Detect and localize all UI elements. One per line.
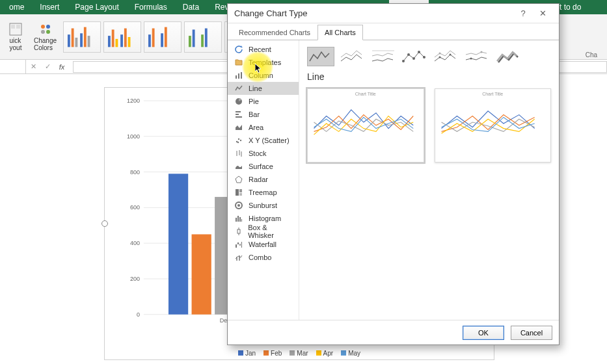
category-combo[interactable]: Combo bbox=[228, 251, 299, 264]
svg-rect-46 bbox=[192, 234, 211, 314]
svg-rect-85 bbox=[237, 242, 239, 244]
category-area[interactable]: Area bbox=[228, 121, 299, 134]
box-whisker-icon bbox=[234, 228, 243, 235]
svg-text:600: 600 bbox=[130, 204, 140, 211]
ribbon-tab-formulas[interactable]: Formulas bbox=[127, 0, 175, 14]
svg-rect-8 bbox=[72, 28, 74, 47]
svg-text:800: 800 bbox=[130, 169, 140, 176]
ribbon-tab-insert[interactable]: Insert bbox=[32, 0, 67, 14]
category-pie[interactable]: Pie bbox=[228, 95, 299, 108]
subtype-stacked-line[interactable] bbox=[338, 47, 366, 66]
histogram-icon bbox=[234, 214, 243, 222]
subtype-line-markers[interactable] bbox=[401, 47, 428, 66]
subtype-100-stacked-line-markers[interactable] bbox=[463, 47, 491, 66]
category-waterfall[interactable]: Waterfall bbox=[228, 238, 299, 251]
area-icon bbox=[234, 124, 243, 131]
ok-button[interactable]: OK bbox=[463, 326, 504, 340]
quick-layout-button[interactable]: uick yout bbox=[4, 18, 27, 56]
svg-point-92 bbox=[412, 57, 415, 60]
x-y-scatter--icon bbox=[234, 136, 243, 144]
cancel-button[interactable]: Cancel bbox=[511, 326, 552, 340]
svg-rect-18 bbox=[128, 37, 131, 47]
category-box-whisker[interactable]: Box & Whisker bbox=[228, 225, 299, 238]
chart-style-3[interactable] bbox=[144, 21, 182, 53]
svg-rect-11 bbox=[84, 27, 87, 47]
svg-rect-15 bbox=[115, 38, 118, 46]
tab-all-charts[interactable]: All Charts bbox=[317, 25, 363, 40]
category-sunburst[interactable]: Sunburst bbox=[228, 199, 299, 212]
confirm-edit-icon[interactable]: ✓ bbox=[40, 62, 55, 71]
category-x-y-scatter-[interactable]: X Y (Scatter) bbox=[228, 134, 299, 147]
svg-rect-9 bbox=[75, 37, 77, 46]
category-surface[interactable]: Surface bbox=[228, 160, 299, 173]
svg-point-94 bbox=[423, 56, 425, 58]
change-colors-label: Change Colors bbox=[34, 37, 57, 51]
ribbon-tab-data[interactable]: Data bbox=[175, 0, 207, 14]
subtype-stacked-line-markers[interactable] bbox=[432, 47, 459, 66]
category-templates[interactable]: Templates bbox=[228, 56, 299, 69]
category-label: Recent bbox=[249, 46, 271, 53]
quick-layout-label: uick yout bbox=[10, 37, 22, 51]
close-button[interactable]: ✕ bbox=[533, 8, 552, 18]
preview-1-title: Chart Title bbox=[308, 89, 424, 96]
name-box[interactable] bbox=[0, 60, 26, 73]
treemap-icon bbox=[234, 188, 243, 196]
category-label: Pie bbox=[249, 98, 259, 105]
legend-item: Apr bbox=[316, 350, 334, 357]
svg-point-6 bbox=[46, 30, 50, 34]
tab-recommended-charts[interactable]: Recommended Charts bbox=[232, 25, 317, 40]
category-line[interactable]: Line bbox=[228, 82, 299, 95]
dialog-titlebar[interactable]: Change Chart Type ? ✕ bbox=[228, 4, 559, 23]
svg-rect-20 bbox=[152, 28, 155, 47]
legend-item: Mar bbox=[290, 350, 308, 357]
chart-preview-2[interactable]: Chart Title bbox=[435, 88, 552, 162]
svg-rect-10 bbox=[80, 33, 83, 47]
svg-text:1000: 1000 bbox=[127, 133, 140, 140]
category-label: Templates bbox=[249, 58, 281, 66]
legend-item: Feb bbox=[263, 350, 282, 357]
category-treemap[interactable]: Treemap bbox=[228, 186, 299, 199]
chart-style-4[interactable] bbox=[184, 21, 222, 53]
dialog-tabs: Recommended Charts All Charts bbox=[228, 23, 559, 40]
ribbon-group-label: Cha bbox=[578, 51, 604, 59]
category-label: Line bbox=[249, 84, 262, 92]
svg-point-3 bbox=[41, 25, 45, 29]
svg-rect-17 bbox=[124, 28, 127, 47]
category-label: Combo bbox=[249, 254, 271, 261]
chart-style-1[interactable] bbox=[63, 21, 101, 53]
svg-rect-2 bbox=[16, 25, 20, 29]
surface-icon bbox=[234, 162, 243, 170]
svg-rect-25 bbox=[201, 34, 204, 47]
category-label: Bar bbox=[249, 110, 260, 118]
svg-rect-59 bbox=[241, 72, 242, 79]
category-label: Histogram bbox=[249, 214, 281, 222]
svg-point-91 bbox=[407, 53, 410, 56]
chart-subtype-panel: Line Chart Title Chart bbox=[299, 40, 559, 320]
svg-rect-24 bbox=[193, 29, 195, 47]
chart-preview-1[interactable]: Chart Title bbox=[307, 88, 424, 162]
category-radar[interactable]: Radar bbox=[228, 173, 299, 186]
subtype-line[interactable] bbox=[307, 47, 334, 66]
category-stock[interactable]: Stock bbox=[228, 147, 299, 160]
category-histogram[interactable]: Histogram bbox=[228, 212, 299, 225]
category-recent[interactable]: Recent bbox=[228, 43, 299, 56]
change-colors-button[interactable]: Change Colors bbox=[30, 18, 61, 56]
svg-point-4 bbox=[46, 25, 50, 29]
svg-text:0: 0 bbox=[137, 311, 140, 318]
mouse-cursor-icon bbox=[255, 64, 263, 76]
ribbon-tab-page-layout[interactable]: Page Layout bbox=[67, 0, 126, 14]
palette-icon bbox=[39, 23, 52, 36]
category-column[interactable]: Column bbox=[228, 69, 299, 82]
chart-style-2[interactable] bbox=[103, 21, 141, 53]
legend-item: May bbox=[341, 350, 360, 357]
cancel-edit-icon[interactable]: ✕ bbox=[26, 62, 40, 71]
subtype-100-stacked-line[interactable] bbox=[370, 47, 397, 66]
preview-heading: Line bbox=[307, 72, 551, 82]
help-button[interactable]: ? bbox=[513, 8, 533, 18]
subtype-3d-line[interactable] bbox=[494, 47, 522, 66]
fx-icon[interactable]: fx bbox=[55, 63, 69, 71]
ribbon-tab-home[interactable]: ome bbox=[1, 0, 32, 14]
svg-rect-61 bbox=[236, 111, 241, 112]
preview-2-title: Chart Title bbox=[435, 89, 551, 96]
category-bar[interactable]: Bar bbox=[228, 108, 299, 121]
